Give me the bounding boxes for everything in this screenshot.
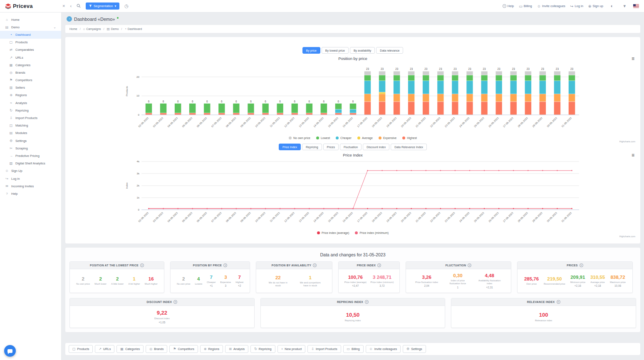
info-icon[interactable]: ? xyxy=(173,300,177,304)
sidebar-item-digital-shelf-analytics[interactable]: ▧Digital Shelf Analytics xyxy=(0,160,61,167)
chart-menu-icon[interactable]: ≡ xyxy=(632,56,634,61)
metric-repricing-index: 10,50Repricing index xyxy=(345,312,361,322)
sidebar-item-comparables[interactable]: ⇄Comparables xyxy=(0,46,61,54)
sidebar-item-demo[interactable]: ▤Demo⌄ xyxy=(0,23,61,31)
billing-link[interactable]: ▭Billing xyxy=(519,4,532,8)
sidebar-item-matching[interactable]: ◫Matching xyxy=(0,122,61,129)
tab-repricing[interactable]: Repricing xyxy=(302,144,322,150)
toolbar-label: Settings xyxy=(411,347,422,351)
sidebar-item-import-products[interactable]: ⇩Import Products xyxy=(0,114,61,122)
search-icon[interactable] xyxy=(77,4,81,9)
close-icon[interactable]: × xyxy=(62,4,65,8)
sidebar-item-predictive-pricing[interactable]: →Predictive Pricing xyxy=(0,152,61,159)
topbar-right: ?Help ▭Billing ☺Invite colleagues ↪Log i… xyxy=(503,4,639,8)
toolbar-regions-button[interactable]: ⊕Regions xyxy=(200,345,223,353)
toolbar-brands-button[interactable]: ◎Brands xyxy=(146,345,167,353)
info-icon[interactable]: ? xyxy=(580,263,583,267)
chart-menu-icon[interactable]: ≡ xyxy=(632,153,634,158)
tab-by-availability[interactable]: By availability xyxy=(350,47,375,54)
sidebar-item-products[interactable]: ▢Products xyxy=(0,39,61,46)
toolbar-new-product-button[interactable]: +New product xyxy=(277,345,306,353)
toolbar-analysis-button[interactable]: ⊞Analysis xyxy=(225,345,248,353)
info-icon[interactable]: ? xyxy=(313,263,317,267)
chat-widget-button[interactable] xyxy=(4,345,16,357)
svg-text:30-05-2023: 30-05-2023 xyxy=(546,116,558,128)
breadcrumb-item-dashboard[interactable]: ◔Dashboard xyxy=(124,27,142,31)
sidebar-item-scraping[interactable]: ✂Scraping xyxy=(0,144,61,152)
tab-data-relevance-index[interactable]: Data Relevance Index xyxy=(391,144,427,150)
sidebar-item-regions[interactable]: ⊕Regions xyxy=(0,92,61,99)
info-icon[interactable]: ? xyxy=(377,263,381,267)
sidebar-item-competitors[interactable]: ⚑Competitors xyxy=(0,77,61,84)
predictive-pricing-icon: → xyxy=(9,154,13,158)
summary-row-2: DISCOUNT INDEX?9,22Discount index+1,05RE… xyxy=(69,298,636,328)
breadcrumb-item-campaigns[interactable]: ⌂Campaigns xyxy=(83,27,101,31)
us-flag-icon[interactable] xyxy=(633,4,639,8)
tab-by-price[interactable]: By price xyxy=(302,47,320,54)
sidebar-item-dashboard[interactable]: ◔Dashboard xyxy=(0,31,61,38)
toolbar-urls-button[interactable]: ↗URLs xyxy=(95,345,114,353)
sidebar-item-modules[interactable]: ▤Modules xyxy=(0,129,61,137)
history-icon[interactable]: ◷ xyxy=(124,4,129,8)
toolbar-settings-button[interactable]: ⚙Settings xyxy=(403,345,426,353)
toolbar-competitors-button[interactable]: ⚑Competitors xyxy=(169,345,198,353)
highcharts-credit[interactable]: Highcharts.com xyxy=(619,140,635,143)
legend-item-lowest[interactable]: Lowest xyxy=(316,137,330,139)
sidebar-item-home[interactable]: ⌂Home xyxy=(0,16,61,23)
sidebar-item-settings[interactable]: ⚙Settings xyxy=(0,137,61,144)
theme-icon[interactable]: ◐ xyxy=(611,4,614,8)
toolbar-import-products-button[interactable]: ⇩Import Products xyxy=(307,345,341,353)
tab-data-relevance[interactable]: Data relevance xyxy=(376,47,403,54)
sidebar-item-sellers[interactable]: ▥Sellers xyxy=(0,84,61,92)
sidebar-item-categories[interactable]: ▦Categories xyxy=(0,61,61,69)
toolbar-products-button[interactable]: ▢Products xyxy=(69,345,93,353)
info-icon[interactable]: ? xyxy=(223,263,227,267)
tab-discount-index[interactable]: Discount index xyxy=(363,144,389,150)
info-icon[interactable]: ? xyxy=(365,300,369,304)
sidebar-item-sign-up[interactable]: ☺Sign Up xyxy=(0,167,61,175)
login-link[interactable]: ↪Log in xyxy=(570,4,583,8)
info-icon[interactable]: ? xyxy=(557,300,560,304)
help-link[interactable]: ?Help xyxy=(503,4,514,8)
info-icon[interactable]: ? xyxy=(140,263,144,267)
info-icon[interactable]: ? xyxy=(468,263,471,267)
legend-item-expensive[interactable]: Expensive xyxy=(379,137,396,139)
sidebar-item-urls[interactable]: ↗URLs xyxy=(0,54,61,61)
toolbar-billing-button[interactable]: ▭Billing xyxy=(343,345,364,353)
tab-fluctuation[interactable]: Fluctuation xyxy=(340,144,362,150)
legend-item-price-index-minimum[interactable]: Price index (minimum) xyxy=(355,231,389,234)
legend-item-cheaper[interactable]: Cheaper xyxy=(336,137,352,139)
priceva-logo[interactable]: Priceva xyxy=(5,3,60,10)
urls-icon: ↗ xyxy=(9,56,13,60)
svg-text:02-05-2023: 02-05-2023 xyxy=(138,211,149,223)
tab-prices[interactable]: Prices xyxy=(323,144,339,150)
sidebar-item-analysis[interactable]: ≈Analysis xyxy=(0,99,61,107)
toolbar-categories-button[interactable]: ▦Categories xyxy=(116,345,144,353)
signup-link[interactable]: ⊕Sign up xyxy=(588,4,603,8)
metric-value: 10,50 xyxy=(345,312,361,318)
toolbar-label: Repricing xyxy=(259,347,272,351)
segmentation-button[interactable]: Segmentation ▾ xyxy=(86,2,119,10)
back-icon[interactable]: ‹ xyxy=(70,4,72,8)
svg-text:28-05-2023: 28-05-2023 xyxy=(517,211,529,223)
toolbar-repricing-button[interactable]: ↻Repricing xyxy=(250,345,275,353)
sidebar-item-incoming-invites[interactable]: ✉Incoming Invites xyxy=(0,182,61,190)
sidebar-item-brands[interactable]: ◎Brands xyxy=(0,69,61,76)
legend-item-average[interactable]: Average xyxy=(357,137,373,139)
dashboard-icon: ◔ xyxy=(9,33,13,37)
sidebar-item-log-in[interactable]: ↪Log in xyxy=(0,175,61,182)
tab-price-index[interactable]: Price Index xyxy=(279,144,301,150)
breadcrumb-item-home[interactable]: Home xyxy=(69,27,77,30)
tab-by-lowest-price[interactable]: By lowest price xyxy=(322,47,349,54)
toolbar-invite-colleagues-button[interactable]: ☺Invite colleagues xyxy=(366,345,401,353)
legend-item-no-own-price[interactable]: No own price xyxy=(289,137,310,139)
legend-item-price-index-average[interactable]: Price index (average) xyxy=(317,231,349,234)
invite-colleagues-link[interactable]: ☺Invite colleagues xyxy=(537,4,565,8)
sidebar-item-repricing[interactable]: ↻Repricing xyxy=(0,107,61,114)
summary-row-1: POSITION AT THE LOWEST PRICE?2No own pri… xyxy=(69,261,636,293)
caret-down-icon[interactable]: ▾ xyxy=(623,4,626,8)
sidebar-item-help[interactable]: ?Help xyxy=(0,190,61,197)
breadcrumb-item-demo[interactable]: ▤Demo xyxy=(107,27,119,31)
legend-item-highest[interactable]: Highest xyxy=(402,137,417,139)
highcharts-credit[interactable]: Highcharts.com xyxy=(619,235,635,238)
